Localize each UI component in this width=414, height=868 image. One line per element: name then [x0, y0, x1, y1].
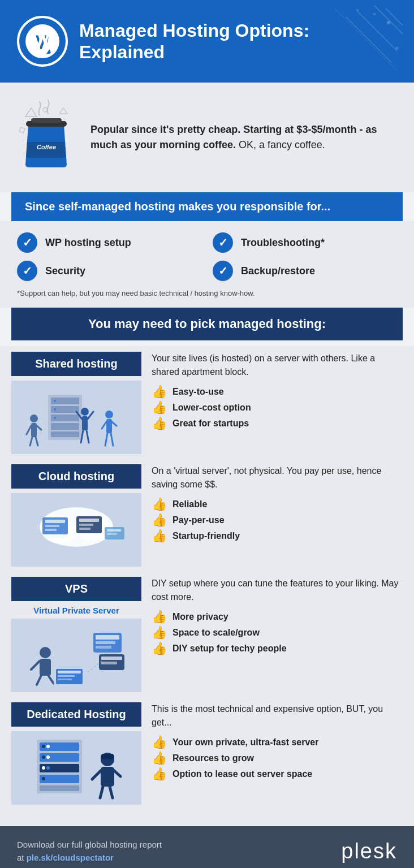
- dedicated-feature-2: 👍 Resources to grow: [152, 752, 403, 765]
- thumb-icon-v2: 👍: [152, 627, 167, 639]
- resp-label-backup: Backup/restore: [241, 265, 315, 277]
- check-icon-backup: ✓: [213, 261, 233, 281]
- hosting-left-vps: VPS Virtual Private Server: [11, 577, 141, 692]
- svg-rect-22: [51, 423, 79, 430]
- dedicated-illustration: [20, 731, 133, 805]
- svg-line-29: [27, 426, 31, 434]
- hosting-left-shared: Shared hosting: [11, 352, 141, 454]
- svg-rect-17: [31, 118, 62, 123]
- responsibilities-section: ✓ WP hosting setup ✓ Troubleshooting* ✓ …: [0, 221, 414, 308]
- cloud-feature-label-3: Startup-friendly: [172, 531, 240, 541]
- resp-item-backup: ✓ Backup/restore: [213, 261, 397, 281]
- resp-label-troubleshooting: Troubleshooting*: [241, 237, 325, 249]
- vps-desc: DIY setup where you can tune the feature…: [152, 577, 403, 604]
- wordpress-logo: W: [17, 16, 68, 67]
- shared-feature-2: 👍 Lower-cost option: [152, 401, 403, 414]
- responsibilities-grid: ✓ WP hosting setup ✓ Troubleshooting* ✓ …: [17, 232, 397, 281]
- vps-subtitle: Virtual Private Server: [11, 606, 141, 615]
- svg-rect-74: [101, 657, 122, 660]
- svg-rect-70: [96, 635, 119, 640]
- svg-point-24: [54, 400, 56, 402]
- svg-rect-50: [45, 525, 59, 527]
- svg-line-35: [102, 422, 106, 429]
- svg-line-4: [335, 8, 397, 71]
- hosting-item-shared: Shared hosting: [11, 352, 403, 454]
- hosting-right-cloud: On a 'virtual server', not physical. You…: [152, 464, 403, 546]
- footer-link[interactable]: ple.sk/cloudspectator: [27, 853, 114, 862]
- svg-point-25: [54, 408, 56, 411]
- thumb-icon-v1: 👍: [152, 611, 167, 623]
- svg-line-30: [37, 426, 41, 430]
- svg-rect-28: [31, 423, 37, 437]
- svg-point-82: [42, 755, 45, 759]
- vps-feature-1: 👍 More privacy: [152, 611, 403, 623]
- cloud-hosting-illustration: [20, 496, 133, 564]
- svg-line-2: [346, 17, 391, 62]
- hosting-right-dedicated: This is the most technical and expensive…: [152, 702, 403, 784]
- thumb-icon-1: 👍: [152, 386, 167, 398]
- cloud-feature-2: 👍 Pay-per-use: [152, 514, 403, 526]
- svg-line-94: [100, 787, 103, 798]
- svg-point-39: [81, 408, 89, 416]
- svg-rect-96: [101, 754, 114, 759]
- svg-rect-72: [96, 646, 111, 649]
- responsibilities-banner: Since self-managed hosting makes you res…: [11, 192, 403, 221]
- svg-rect-60: [40, 659, 51, 676]
- cloud-feature-1: 👍 Reliable: [152, 498, 403, 511]
- header: W Managed Hosting Options: Explained: [0, 0, 414, 83]
- svg-rect-89: [40, 785, 79, 791]
- svg-rect-78: [40, 742, 79, 751]
- thumb-icon-d3: 👍: [152, 768, 167, 780]
- hosting-left-dedicated: Dedicated Hosting: [11, 702, 141, 805]
- svg-rect-54: [79, 524, 93, 526]
- header-decoration: [301, 6, 403, 83]
- svg-line-93: [114, 771, 120, 776]
- check-icon-security: ✓: [17, 261, 37, 281]
- svg-point-33: [105, 411, 113, 418]
- svg-rect-75: [101, 662, 117, 664]
- dedicated-hosting-image: [11, 731, 141, 805]
- thumb-icon-2: 👍: [152, 401, 167, 414]
- check-icon-wp: ✓: [17, 232, 37, 253]
- svg-line-63: [48, 675, 54, 684]
- svg-point-88: [42, 777, 45, 780]
- svg-text:Coffee: Coffee: [37, 144, 56, 150]
- vps-feature-3: 👍 DIY setup for techy people: [152, 642, 403, 655]
- resp-item-troubleshooting: ✓ Troubleshooting*: [213, 232, 397, 253]
- footer-text: Download our full global hosting reporta…: [17, 839, 162, 864]
- svg-rect-55: [79, 528, 90, 530]
- svg-rect-71: [96, 641, 115, 644]
- check-icon-trouble: ✓: [213, 232, 233, 253]
- vps-illustration: [20, 621, 133, 689]
- wordpress-icon: W: [23, 21, 62, 61]
- svg-rect-23: [51, 431, 79, 437]
- svg-point-79: [42, 745, 45, 748]
- dedicated-feature-3: 👍 Option to lease out server space: [152, 768, 403, 780]
- resp-item-wp-setup: ✓ WP hosting setup: [17, 232, 201, 253]
- shared-feature-1: 👍 Easy-to-use: [152, 386, 403, 398]
- svg-rect-57: [107, 529, 121, 532]
- hosting-right-shared: Your site lives (is hosted) on a server …: [152, 352, 403, 433]
- svg-rect-49: [45, 520, 65, 523]
- svg-rect-40: [82, 416, 88, 430]
- svg-line-36: [112, 422, 117, 426]
- svg-rect-87: [40, 775, 79, 783]
- svg-point-85: [42, 766, 45, 770]
- hosting-item-vps: VPS Virtual Private Server: [11, 577, 403, 692]
- svg-rect-84: [40, 764, 79, 772]
- svg-line-31: [30, 437, 32, 446]
- svg-line-61: [31, 661, 40, 670]
- cloud-hosting-label: Cloud hosting: [11, 464, 141, 489]
- intro-text-regular: OK, a fancy coffee.: [239, 139, 325, 150]
- hosting-right-vps: DIY setup where you can tune the feature…: [152, 577, 403, 658]
- vps-label: VPS: [11, 577, 141, 601]
- thumb-icon-d2: 👍: [152, 752, 167, 765]
- svg-line-32: [36, 437, 38, 446]
- dedicated-feature-label-3: Option to lease out server space: [172, 769, 312, 779]
- thumb-icon-v3: 👍: [152, 642, 167, 655]
- intro-text: Popular since it's pretty cheap. Startin…: [90, 122, 397, 153]
- hosting-item-cloud: Cloud hosting: [11, 464, 403, 567]
- cloud-feature-label-2: Pay-per-use: [172, 515, 225, 525]
- thumb-icon-3: 👍: [152, 417, 167, 430]
- svg-rect-91: [101, 767, 114, 787]
